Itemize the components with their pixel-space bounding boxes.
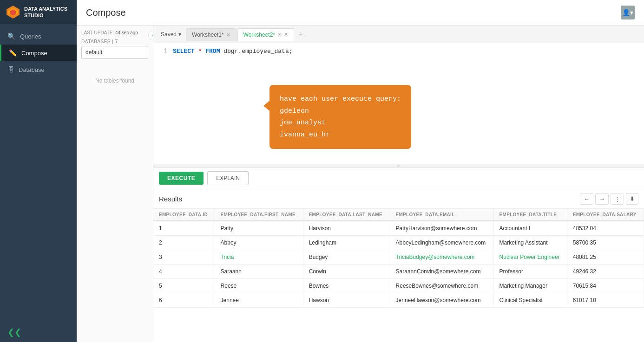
tab-worksheet1-label: Worksheet1*: [192, 32, 223, 38]
app-name: DATA ANALYTICS STUDIO: [24, 6, 67, 19]
tab-worksheet1[interactable]: Worksheet1* ✕: [186, 28, 236, 41]
user-avatar[interactable]: 👤▾: [621, 6, 635, 19]
code-editor[interactable]: 1 SELECT * FROM dbgr.employee_data; have…: [153, 43, 644, 164]
results-actions: ← → ⋮ ⬇: [580, 193, 638, 205]
table-cell[interactable]: Nuclear Power Engineer: [493, 250, 567, 265]
table-cell: 3: [153, 250, 215, 265]
last-update-value: 44 sec ago: [115, 30, 138, 35]
panel-collapse-button[interactable]: «: [148, 30, 153, 40]
table-row: 6JenneeHawsonJenneeHawson@somewhere.comC…: [153, 293, 644, 308]
table-body: 1PattyHarvisonPattyHarvison@somewhere.co…: [153, 221, 644, 308]
editor-panel: Saved ▾ Worksheet1* ✕ Worksheet2* ⊡ ✕ +: [153, 26, 644, 342]
table-cell: ReeseBownes@somewhere.com: [390, 279, 493, 293]
col-last-name: EMPLOYEE_DATA.LAST_NAME: [303, 209, 390, 221]
sidebar-collapse-btn[interactable]: ❮❮: [0, 323, 77, 342]
search-icon: 🔍: [7, 32, 15, 40]
sidebar-item-queries-label: Queries: [20, 33, 41, 40]
table-cell: Ledingham: [303, 236, 390, 250]
results-table: EMPLOYEE_DATA.ID EMPLOYEE_DATA.FIRST_NAM…: [153, 209, 644, 308]
table-cell: 5: [153, 279, 215, 293]
logo-icon: [6, 5, 20, 19]
table-cell: PattyHarvison@somewhere.com: [390, 221, 493, 236]
tab-worksheet2-close[interactable]: ✕: [284, 32, 288, 37]
database-input[interactable]: [81, 46, 148, 59]
table-cell: AbbeyLedingham@somewhere.com: [390, 236, 493, 250]
col-first-name: EMPLOYEE_DATA.FIRST_NAME: [215, 209, 303, 221]
sidebar-item-queries[interactable]: 🔍 Queries: [0, 28, 77, 45]
table-cell: 61017.10: [567, 293, 644, 308]
table-cell: 1: [153, 221, 215, 236]
sidebar-item-database[interactable]: 🗄 Database: [0, 61, 77, 78]
last-update-label: LAST UPDATE:: [81, 30, 114, 35]
table-row: 5ReeseBownesReeseBownes@somewhere.comMar…: [153, 279, 644, 293]
add-tab-button[interactable]: +: [295, 28, 307, 40]
tab-worksheet1-close[interactable]: ✕: [226, 32, 230, 38]
table-cell[interactable]: Tricia: [215, 250, 303, 265]
databases-label: DATABASES | 7: [81, 39, 148, 44]
table-cell: 49246.32: [567, 265, 644, 279]
results-download-button[interactable]: ⬇: [626, 193, 638, 205]
results-prev-button[interactable]: ←: [580, 193, 593, 205]
callout-user-1: gdeleon: [280, 105, 401, 117]
table-cell: 70615.84: [567, 279, 644, 293]
main-area: Compose 👤▾ « LAST UPDATE: 44 sec ago DAT…: [77, 0, 644, 342]
table-cell: JenneeHawson@somewhere.com: [390, 293, 493, 308]
col-salary: EMPLOYEE_DATA.SALARY: [567, 209, 644, 221]
saved-tab-label: Saved: [161, 31, 177, 38]
tab-worksheet2-label: Worksheet2*: [243, 32, 275, 38]
explain-button[interactable]: EXPLAIN: [207, 171, 249, 185]
page-title: Compose: [86, 7, 126, 18]
table-cell: Accountant I: [493, 221, 567, 236]
saved-dropdown-tab[interactable]: Saved ▾: [157, 29, 185, 39]
left-panel: « LAST UPDATE: 44 sec ago DATABASES | 7 …: [77, 26, 153, 342]
table-cell: Patty: [215, 221, 303, 236]
table-cell: Bownes: [303, 279, 390, 293]
callout-tooltip: have each user execute query: gdeleon jo…: [269, 85, 411, 149]
sidebar-item-compose[interactable]: ✏️ Compose: [0, 45, 77, 61]
main-header: Compose 👤▾: [77, 0, 644, 26]
results-more-button[interactable]: ⋮: [611, 193, 624, 205]
table-cell: Jennee: [215, 293, 303, 308]
col-title: EMPLOYEE_DATA.TITLE: [493, 209, 567, 221]
sidebar-nav: 🔍 Queries ✏️ Compose 🗄 Database: [0, 24, 77, 323]
table-row: 3TriciaBudgeyTriciaBudgey@somewhere.comN…: [153, 250, 644, 265]
col-id: EMPLOYEE_DATA.ID: [153, 209, 215, 221]
table-cell: 2: [153, 236, 215, 250]
results-next-button[interactable]: →: [595, 193, 609, 205]
table-cell: 58700.35: [567, 236, 644, 250]
content-area: « LAST UPDATE: 44 sec ago DATABASES | 7 …: [77, 26, 644, 342]
table-cell: Reese: [215, 279, 303, 293]
table-row: 1PattyHarvisonPattyHarvison@somewhere.co…: [153, 221, 644, 236]
tab-worksheet2[interactable]: Worksheet2* ⊡ ✕: [237, 28, 294, 41]
table-cell: SaraannCorwin@somewhere.com: [390, 265, 493, 279]
results-title: Results: [159, 195, 182, 203]
line-number: 1: [158, 48, 167, 54]
table-cell: Corwin: [303, 265, 390, 279]
compose-icon: ✏️: [9, 49, 17, 57]
table-cell: Saraann: [215, 265, 303, 279]
no-tables-message: No tables found: [81, 77, 148, 84]
table-row: 4SaraannCorwinSaraannCorwin@somewhere.co…: [153, 265, 644, 279]
callout-text: have each user execute query:: [280, 93, 401, 105]
table-cell: Marketing Manager: [493, 279, 567, 293]
table-header: EMPLOYEE_DATA.ID EMPLOYEE_DATA.FIRST_NAM…: [153, 209, 644, 221]
table-cell: Abbey: [215, 236, 303, 250]
sidebar-item-database-label: Database: [19, 66, 45, 73]
table-cell: 48081.25: [567, 250, 644, 265]
table-cell: 4: [153, 265, 215, 279]
table-row: 2AbbeyLedinghamAbbeyLedingham@somewhere.…: [153, 236, 644, 250]
table-cell: Marketing Assistant: [493, 236, 567, 250]
resize-handle[interactable]: ≡: [153, 164, 644, 168]
table-cell: 6: [153, 293, 215, 308]
file-icon: ⊡: [277, 32, 282, 38]
database-icon: 🗄: [7, 66, 14, 73]
results-header: Results ← → ⋮ ⬇: [153, 189, 644, 209]
sidebar-item-compose-label: Compose: [21, 50, 47, 57]
table-cell[interactable]: TriciaBudgey@somewhere.com: [390, 250, 493, 265]
callout-user-2: joe_analyst: [280, 117, 401, 129]
execute-button[interactable]: EXECUTE: [159, 172, 204, 185]
chevron-left-icon: ❮❮: [7, 328, 21, 337]
execute-bar: EXECUTE EXPLAIN: [153, 168, 644, 189]
callout-user-3: ivanna_eu_hr: [280, 129, 401, 141]
table-cell: Harvison: [303, 221, 390, 236]
